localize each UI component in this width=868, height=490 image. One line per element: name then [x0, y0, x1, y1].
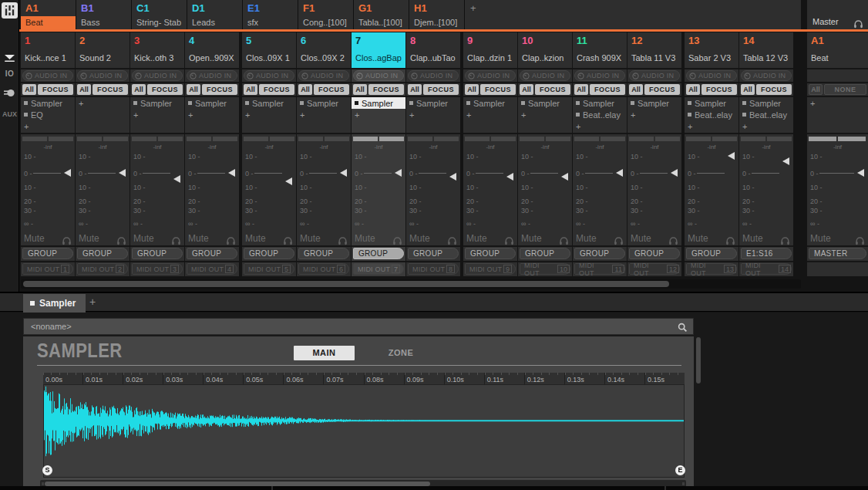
add-plugin-button[interactable]: +	[130, 109, 184, 120]
all-button[interactable]: All	[809, 84, 823, 95]
add-plugin-button[interactable]: +	[739, 120, 793, 132]
strip-header[interactable]: 3Kick..oth 3	[130, 32, 184, 68]
strip-header[interactable]: 11Crash 909X	[573, 32, 627, 68]
focus-button[interactable]: FOCUS	[202, 84, 237, 95]
add-plugin-button[interactable]: +	[21, 120, 75, 132]
output-routing-button[interactable]: GROUP	[22, 248, 73, 259]
fader-triangle[interactable]	[671, 169, 678, 177]
audio-in-button[interactable]: AUDIO IN	[408, 70, 459, 81]
mute-button[interactable]: Mute	[631, 233, 651, 244]
none-button[interactable]: NONE	[824, 84, 866, 95]
focus-button[interactable]: FOCUS	[590, 84, 625, 95]
output-routing-button[interactable]: GROUP	[520, 248, 570, 259]
focus-button[interactable]: FOCUS	[480, 84, 516, 95]
focus-button[interactable]: FOCUS	[38, 84, 73, 95]
plugin-slot[interactable]: Sampler	[297, 97, 351, 109]
all-button[interactable]: All	[298, 84, 312, 95]
mixer-horizontal-scrollbar[interactable]	[21, 279, 801, 289]
focus-button[interactable]: FOCUS	[423, 84, 459, 95]
headphone-cue-icon[interactable]	[668, 235, 678, 243]
fader-triangle[interactable]	[616, 169, 623, 177]
all-button[interactable]: All	[686, 84, 700, 95]
sample-end-marker[interactable]: E	[675, 465, 685, 475]
mute-button[interactable]: Mute	[409, 233, 430, 244]
strip-header[interactable]: 14Tabla 12 V3	[739, 32, 793, 68]
midi-out-button[interactable]: MIDI OUT7	[353, 263, 404, 275]
strip-header[interactable]: 1Kick..nce 1	[21, 32, 75, 68]
mute-button[interactable]: Mute	[133, 233, 154, 244]
output-routing-button[interactable]: GROUP	[187, 248, 237, 259]
plugin-slot[interactable]: Sampler	[352, 97, 405, 109]
output-routing-button[interactable]: GROUP	[686, 248, 737, 259]
add-group-button[interactable]: +	[465, 0, 801, 29]
output-routing-button[interactable]: GROUP	[298, 248, 349, 259]
plugin-slot[interactable]: Sampler	[185, 97, 239, 109]
output-routing-button[interactable]: GROUP	[353, 248, 404, 259]
all-button[interactable]: All	[574, 84, 588, 95]
fader-triangle[interactable]	[506, 173, 513, 181]
plugin-slot[interactable]: Sampler	[739, 97, 793, 109]
search-icon[interactable]	[678, 322, 688, 332]
all-button[interactable]: All	[187, 84, 200, 95]
headphone-cue-icon[interactable]	[780, 235, 790, 243]
strip-header[interactable]: 7Clos..agBap	[352, 32, 405, 68]
strip-header[interactable]: A1Beat	[807, 32, 868, 68]
mute-button[interactable]: Mute	[742, 233, 763, 244]
add-plugin-button[interactable]: +	[352, 109, 405, 120]
fader-triangle[interactable]	[561, 173, 568, 181]
focus-button[interactable]: FOCUS	[368, 84, 404, 95]
headphone-cue-icon[interactable]	[171, 235, 181, 243]
add-plugin-button[interactable]: +	[242, 109, 296, 120]
midi-out-button[interactable]: MIDI OUT6	[298, 263, 349, 275]
plugin-slot[interactable]: Sampler	[21, 97, 75, 109]
audio-in-button[interactable]: AUDIO IN	[465, 70, 516, 81]
add-plugin-button[interactable]: +	[627, 109, 681, 120]
all-button[interactable]: All	[22, 84, 36, 95]
plugin-slot[interactable]: EQ	[21, 109, 75, 120]
mute-button[interactable]: Mute	[810, 233, 831, 244]
add-plugin-button[interactable]: +	[518, 109, 572, 120]
tab-main[interactable]: MAIN	[294, 346, 355, 360]
midi-out-button[interactable]: MIDI OUT14	[741, 263, 792, 275]
audio-in-button[interactable]: AUDIO IN	[77, 70, 128, 81]
output-routing-button[interactable]: GROUP	[408, 248, 459, 259]
group-tab-c1[interactable]: C1String- Stab	[132, 0, 187, 29]
focus-button[interactable]: FOCUS	[535, 84, 570, 95]
all-button[interactable]: All	[741, 84, 755, 95]
focus-button[interactable]: FOCUS	[147, 84, 183, 95]
audio-in-button[interactable]: AUDIO IN	[22, 70, 73, 81]
mute-button[interactable]: Mute	[521, 233, 542, 244]
headphone-cue-icon[interactable]	[725, 235, 735, 243]
tab-sampler[interactable]: Sampler	[23, 294, 86, 313]
strip-header[interactable]: 4Open..909X	[185, 32, 239, 68]
tab-zone[interactable]: ZONE	[374, 346, 428, 360]
group-tab-a1[interactable]: A1Beat	[21, 0, 76, 29]
mute-button[interactable]: Mute	[188, 233, 209, 244]
waveform-display[interactable]: S E	[43, 384, 685, 478]
headphone-cue-icon[interactable]	[226, 235, 236, 243]
master-tab[interactable]: Master	[807, 0, 868, 29]
add-plugin-button[interactable]: +	[406, 109, 460, 120]
strip-header[interactable]: 6Clos..09X 2	[297, 32, 351, 68]
strip-header[interactable]: 2Sound 2	[76, 32, 130, 68]
mute-button[interactable]: Mute	[355, 233, 375, 244]
headphone-cue-icon[interactable]	[855, 235, 865, 243]
audio-in-button[interactable]: AUDIO IN	[187, 70, 237, 81]
strip-header[interactable]: 13Sabar 2 V3	[685, 32, 738, 68]
io-section-toggle[interactable]: IO	[0, 69, 19, 78]
output-routing-button[interactable]: MASTER	[809, 248, 866, 259]
audio-in-button[interactable]: AUDIO IN	[741, 70, 792, 81]
all-button[interactable]: All	[132, 84, 146, 95]
group-tab-e1[interactable]: E1sfx	[243, 0, 298, 29]
focus-button[interactable]: FOCUS	[93, 84, 128, 95]
strip-header[interactable]: 9Clap..dzin 1	[463, 32, 517, 68]
midi-out-button[interactable]: MIDI OUT4	[187, 263, 237, 275]
plugin-slot[interactable]: Sampler	[130, 97, 184, 109]
mixer-view-icon[interactable]	[2, 2, 18, 19]
plugin-slot[interactable]: Sampler	[518, 97, 572, 109]
strip-header[interactable]: 12Tabla 11 V3	[627, 32, 681, 68]
group-tab-b1[interactable]: B1Bass	[76, 0, 132, 29]
all-button[interactable]: All	[465, 84, 479, 95]
add-plugin-button[interactable]: +	[807, 97, 868, 109]
headphone-cue-icon[interactable]	[392, 235, 402, 243]
